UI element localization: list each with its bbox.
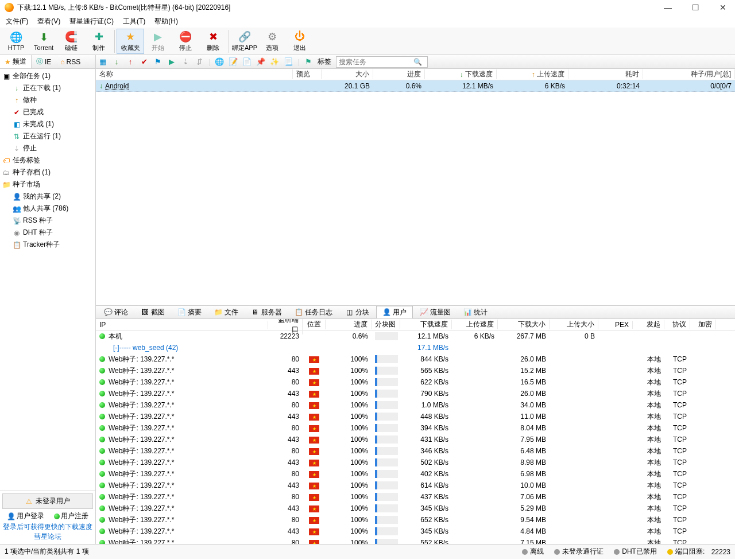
ph-proto[interactable]: 协议 [664,320,690,329]
sidebar-tab-rss[interactable]: ⌂RSS [56,55,85,68]
tree-others-share[interactable]: 👥他人共享 (786) [0,203,95,215]
toolbar-options[interactable]: ⚙选项 [258,29,286,54]
note-icon[interactable]: 📝 [229,57,238,67]
dtab-users[interactable]: 👤用户 [376,306,413,318]
login-button[interactable]: 👤用户登录 [7,511,44,521]
minimize-button[interactable]: — [660,2,675,13]
col-dl[interactable]: ↓ 下载速度 [425,69,497,79]
pin-icon[interactable]: 📌 [256,57,265,67]
peer-row[interactable]: Web种子: 139.227.*.*80★100%402 KB/s6.98 MB… [96,468,735,480]
dtab-traffic[interactable]: 📈流量图 [414,306,457,318]
peer-row[interactable]: Web种子: 139.227.*.*443★100%502 KB/s8.98 M… [96,457,735,468]
tree-seeding[interactable]: ↑做种 [0,94,95,106]
dtab-files[interactable]: 📁文件 [208,306,244,318]
stop-icon[interactable]: ⇣ [181,57,190,67]
sidebar-tab-channel[interactable]: ★频道 [0,55,32,68]
toolbar-create[interactable]: ✚制作 [85,29,113,54]
ph-ulsize[interactable]: 上传大小 [550,320,598,329]
login-status[interactable]: ⚠未登录用户 [2,493,93,509]
check-icon[interactable]: ✔ [140,57,149,67]
flag-icon[interactable]: ⚑ [153,57,163,67]
peer-row[interactable]: Web种子: 139.227.*.*443★100%790 KB/s26.0 M… [96,388,735,399]
search-box[interactable]: 🔍 [336,56,428,68]
menu-tools[interactable]: 工具(T) [119,15,149,28]
dtab-stats[interactable]: 📊统计 [458,306,493,318]
dtab-pieces[interactable]: ◫分块 [339,306,375,318]
status-passport[interactable]: 未登录通行证 [554,547,604,557]
peer-row[interactable]: Web种子: 139.227.*.*80★100%394 KB/s8.04 MB… [96,422,735,434]
ph-port[interactable]: 监听端口 [268,319,303,335]
menu-help[interactable]: 帮助(H) [151,15,181,28]
up-icon[interactable]: ↑ [126,57,135,67]
ph-dl[interactable]: 下载速度 [400,320,452,329]
menu-view[interactable]: 查看(V) [34,15,64,28]
toolbar-delete[interactable]: ✖删除 [199,29,227,54]
search-input[interactable] [339,58,413,66]
toolbar-favorites[interactable]: ★收藏夹 [117,29,144,54]
tree-rss-seed[interactable]: 📡RSS 种子 [0,215,95,227]
ph-loc[interactable]: 位置 [303,320,326,329]
speed-hint-link[interactable]: 登录后可获得更快的下载速度 [3,523,92,531]
tree-market[interactable]: 📁种子市场 [0,178,95,190]
dtab-log[interactable]: 📋任务日志 [289,306,338,318]
tree-downloading[interactable]: ↓正在下载 (1) [0,82,95,94]
ph-block[interactable]: 分块图 [372,320,400,329]
peer-row[interactable]: Web种子: 139.227.*.*443★100%345 KB/s5.29 M… [96,503,735,514]
peer-row[interactable]: Web种子: 139.227.*.*443★100%614 KB/s10.0 M… [96,480,735,491]
col-progress[interactable]: 进度 [373,69,425,79]
toolbar-torrent[interactable]: ⬇Torrent [30,29,57,54]
ph-ip[interactable]: IP [96,321,268,329]
task-row[interactable]: ↓Android 20.1 GB 0.6% 12.1 MB/s 6 KB/s 0… [96,80,735,92]
dtab-snapshot[interactable]: 🖼截图 [135,306,171,318]
ph-prog[interactable]: 进度 [326,320,372,329]
note2-icon[interactable]: 📄 [242,57,252,67]
forum-link[interactable]: 彗星论坛 [34,532,61,540]
toolbar-bindapp[interactable]: 🔗绑定APP [231,29,258,54]
col-ul[interactable]: ↑ 上传速度 [497,69,568,79]
dtab-servers[interactable]: 🖥服务器 [245,306,288,318]
wand-icon[interactable]: ✨ [270,57,279,67]
globe-icon[interactable]: 🌐 [215,57,224,67]
peer-row[interactable]: Web种子: 139.227.*.*80★100%652 KB/s9.54 MB… [96,514,735,526]
ph-dlsize[interactable]: 下载大小 [498,320,550,329]
toolbar-http[interactable]: 🌐HTTP [2,29,30,54]
tree-completed[interactable]: ✔已完成 [0,106,95,118]
peer-row[interactable]: Web种子: 139.227.*.*80★100%346 KB/s6.48 MB… [96,445,735,457]
toolbar-start[interactable]: ▶开始 [144,29,172,54]
peer-row[interactable]: Web种子: 139.227.*.*443★100%448 KB/s11.0 M… [96,411,735,422]
down-icon[interactable]: ↓ [112,57,121,67]
dtab-comment[interactable]: 💬评论 [98,306,134,318]
peer-row[interactable]: Web种子: 139.227.*.*80★100%437 KB/s7.06 MB… [96,491,735,503]
maximize-button[interactable]: ☐ [688,2,703,13]
peer-row[interactable]: Web种子: 139.227.*.*443★100%345 KB/s4.84 M… [96,526,735,537]
ph-pex[interactable]: PEX [598,321,633,329]
tree-tags[interactable]: 🏷任务标签 [0,154,95,166]
peer-row[interactable]: Web种子: 139.227.*.*443★100%431 KB/s7.95 M… [96,434,735,445]
sort-icon[interactable]: ⇵ [195,57,204,67]
tag-flag-icon[interactable]: ⚑ [304,57,313,67]
sidebar-tab-ie[interactable]: ⓔIE [32,55,56,68]
tree-running[interactable]: ⇅正在运行 (1) [0,130,95,142]
col-size[interactable]: 大小 [322,69,373,79]
ph-orig[interactable]: 发起 [633,320,664,329]
col-preview[interactable]: 预览 [293,69,322,79]
peer-row[interactable]: Web种子: 139.227.*.*80★100%844 KB/s26.0 MB… [96,353,735,365]
peer-row[interactable]: Web种子: 139.227.*.*80★100%552 KB/s7.15 MB… [96,537,735,544]
search-icon[interactable]: 🔍 [413,58,422,66]
toolbar-magnet[interactable]: 🧲磁链 [57,29,85,54]
menu-passport[interactable]: 彗星通行证(C) [66,15,117,28]
peer-row[interactable]: Web种子: 139.227.*.*443★100%565 KB/s15.2 M… [96,365,735,376]
status-dht[interactable]: DHT已禁用 [614,547,657,557]
peer-row[interactable]: Web种子: 139.227.*.*80★100%622 KB/s16.5 MB… [96,376,735,388]
task-list[interactable]: ↓Android 20.1 GB 0.6% 12.1 MB/s 6 KB/s 0… [96,80,735,305]
peer-row-local[interactable]: 本机 22223 0.6% 12.1 MB/s 6 KB/s 267.7 MB … [96,330,735,342]
peer-row-group[interactable]: [-]----- web_seed (42) 17.1 MB/s [96,342,735,353]
panel-icon[interactable]: ▦ [98,57,107,67]
tree-dht-seed[interactable]: ◉DHT 种子 [0,227,95,239]
ph-ul[interactable]: 上传速度 [452,320,498,329]
close-button[interactable]: ✕ [715,2,730,13]
tree-all-tasks[interactable]: ▣全部任务 (1) [0,70,95,82]
play-icon[interactable]: ▶ [167,57,176,67]
status-port[interactable]: 端口阻塞: 22223 [667,547,730,557]
tree-incomplete[interactable]: ◧未完成 (1) [0,118,95,130]
